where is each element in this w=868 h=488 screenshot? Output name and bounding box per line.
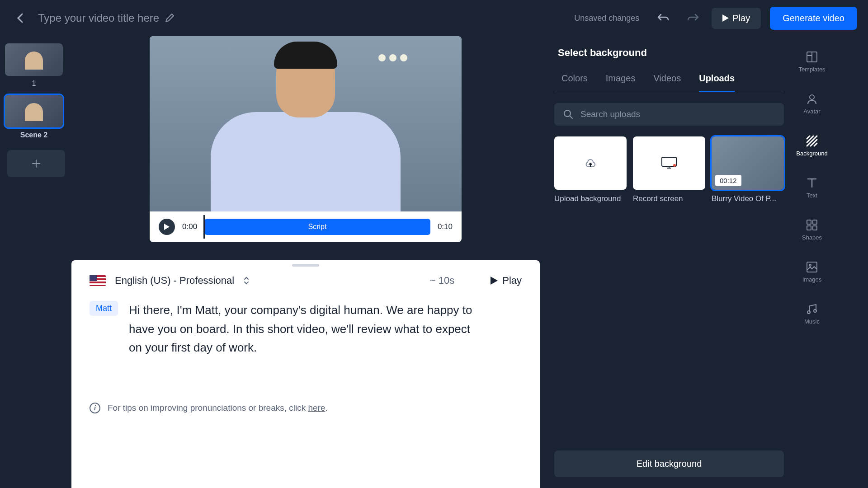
- plus-icon: [32, 159, 41, 168]
- svg-rect-5: [807, 220, 811, 224]
- rail-avatar[interactable]: Avatar: [791, 89, 833, 118]
- flag-icon: [90, 275, 106, 286]
- speaker-tag[interactable]: Matt: [90, 301, 118, 316]
- undo-button[interactable]: [654, 8, 674, 28]
- edit-background-button[interactable]: Edit background: [554, 450, 784, 477]
- images-icon: [806, 261, 818, 273]
- tab-images[interactable]: Images: [606, 73, 636, 92]
- add-scene-button[interactable]: [7, 150, 65, 177]
- tips-text: For tips on improving pronunciations or …: [108, 403, 328, 413]
- tab-videos[interactable]: Videos: [653, 73, 681, 92]
- background-icon: [806, 135, 818, 147]
- templates-icon: [806, 51, 818, 63]
- info-icon: i: [90, 403, 100, 413]
- avatar-icon: [806, 93, 818, 105]
- scene-label: 1: [32, 80, 36, 88]
- timeline-track-label: Script: [308, 223, 327, 231]
- rail-templates[interactable]: Templates: [791, 47, 833, 76]
- script-panel: English (US) - Professional ~ 10s Play M…: [71, 260, 540, 488]
- right-rail: Templates Avatar Background Text Shapes …: [791, 36, 833, 488]
- play-button[interactable]: Play: [712, 8, 761, 29]
- timeline-total-time: 0:10: [438, 222, 453, 231]
- redo-button[interactable]: [683, 8, 703, 28]
- scene-thumb-2[interactable]: Scene 2: [7, 95, 61, 139]
- svg-point-4: [810, 95, 814, 99]
- timeline-playhead[interactable]: [203, 215, 205, 239]
- tab-uploads[interactable]: Uploads: [699, 73, 735, 92]
- scene-label: Scene 2: [20, 131, 47, 139]
- background-panel: Select background Colors Images Videos U…: [547, 36, 791, 488]
- music-icon: [806, 303, 818, 315]
- drag-handle[interactable]: [292, 264, 319, 267]
- monitor-icon: [661, 156, 677, 170]
- play-icon: [722, 14, 729, 22]
- timeline-play-button[interactable]: [159, 219, 175, 235]
- back-button[interactable]: [11, 9, 29, 27]
- search-input[interactable]: [580, 109, 775, 119]
- upload-duration: 00:12: [715, 175, 741, 186]
- timeline-current-time: 0:00: [182, 222, 197, 231]
- undo-icon: [657, 13, 670, 23]
- svg-point-10: [809, 264, 811, 266]
- language-selector[interactable]: English (US) - Professional: [115, 275, 234, 286]
- tips-link[interactable]: here: [308, 403, 326, 413]
- svg-rect-9: [807, 262, 817, 272]
- play-icon: [491, 277, 498, 285]
- upload-item-label: Blurry Video Of P...: [712, 194, 784, 203]
- play-label: Play: [732, 13, 750, 23]
- timeline-track[interactable]: Script: [204, 219, 430, 235]
- svg-rect-8: [813, 226, 817, 230]
- rail-text[interactable]: Text: [791, 173, 833, 202]
- record-screen-button[interactable]: [633, 136, 705, 190]
- rail-shapes[interactable]: Shapes: [791, 215, 833, 244]
- chevron-left-icon: [17, 13, 23, 23]
- svg-point-12: [814, 310, 816, 312]
- upload-item[interactable]: 00:12: [712, 136, 784, 190]
- svg-rect-7: [807, 226, 811, 230]
- unsaved-status: Unsaved changes: [574, 14, 639, 23]
- rail-music[interactable]: Music: [791, 299, 833, 328]
- tips-row: i For tips on improving pronunciations o…: [90, 403, 522, 413]
- edit-icon[interactable]: [165, 13, 175, 23]
- chevron-updown-icon: [243, 276, 250, 285]
- svg-point-2: [673, 164, 676, 167]
- script-text[interactable]: Hi there, I'm Matt, your company's digit…: [129, 301, 481, 357]
- svg-point-0: [564, 110, 571, 117]
- rail-background[interactable]: Background: [791, 131, 833, 160]
- preview-canvas[interactable]: 0:00 Script 0:10: [150, 36, 462, 242]
- tab-colors[interactable]: Colors: [561, 73, 588, 92]
- video-title-input[interactable]: Type your video title here: [38, 12, 159, 24]
- generate-video-button[interactable]: Generate video: [770, 7, 857, 30]
- script-play-label: Play: [502, 275, 522, 286]
- svg-point-11: [807, 311, 810, 314]
- script-play-button[interactable]: Play: [491, 275, 522, 286]
- upload-icon: [583, 156, 598, 170]
- shapes-icon: [806, 219, 818, 231]
- search-row: [554, 103, 784, 126]
- scenes-panel: 1 Scene 2: [0, 36, 68, 488]
- upload-background-button[interactable]: [554, 136, 627, 190]
- text-icon: [806, 177, 818, 189]
- search-icon: [563, 109, 573, 119]
- panel-title: Select background: [554, 47, 784, 59]
- svg-rect-6: [813, 220, 817, 224]
- play-icon: [164, 224, 170, 230]
- redo-icon: [686, 13, 699, 23]
- script-duration: ~ 10s: [430, 275, 454, 286]
- record-label: Record screen: [633, 194, 705, 203]
- scene-thumb-1[interactable]: 1: [7, 43, 61, 88]
- rail-images[interactable]: Images: [791, 257, 833, 286]
- upload-label: Upload background: [554, 194, 627, 203]
